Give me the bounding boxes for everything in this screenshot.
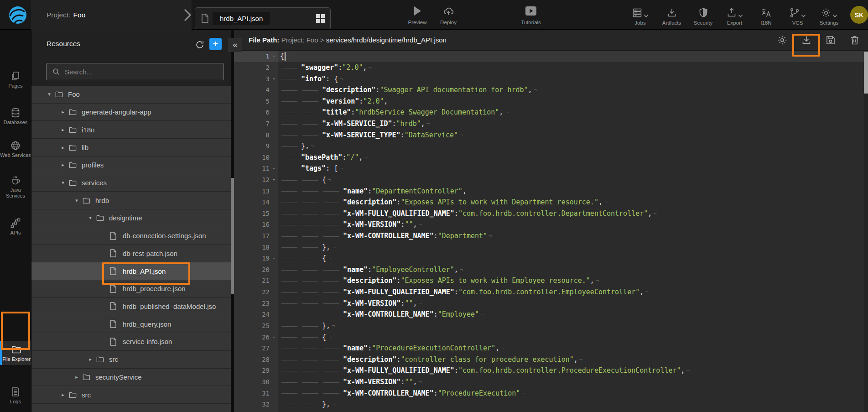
code-line-25[interactable]: 25},¬ bbox=[234, 320, 864, 332]
search-input[interactable] bbox=[65, 68, 218, 76]
code-line-12[interactable]: 12▾{¬ bbox=[234, 174, 864, 186]
caret-expanded-icon[interactable]: ▾ bbox=[44, 91, 55, 97]
code-line-5[interactable]: 5"version": "2.0",¬ bbox=[234, 95, 864, 107]
code-line-27[interactable]: 27"name": "ProcedureExecutionController"… bbox=[234, 343, 864, 354]
code-line-14[interactable]: 14"description": "Exposes APIs to work w… bbox=[234, 197, 864, 208]
fold-toggle-icon[interactable]: ▾ bbox=[270, 335, 278, 339]
menu-export[interactable]: Export bbox=[719, 0, 750, 30]
tree-row-src[interactable]: ▸src bbox=[31, 386, 231, 404]
code-line-23[interactable]: 23"x-WM-VERSION": "",¬ bbox=[234, 297, 864, 309]
menu-security[interactable]: Security bbox=[687, 0, 719, 30]
code-line-21[interactable]: 21"description": "Exposes APIs to work w… bbox=[234, 275, 864, 287]
code-line-8[interactable]: 8"x-WM-SERVICE_TYPE": "DataService"¬ bbox=[234, 129, 864, 141]
download-file-button[interactable] bbox=[800, 34, 812, 46]
tree-row-hrdb-query-json[interactable]: hrdb_query.json bbox=[31, 315, 231, 333]
code-line-1[interactable]: 1▾{¬ bbox=[234, 51, 864, 62]
code-line-19[interactable]: 19▾{¬ bbox=[234, 253, 864, 264]
code-line-17[interactable]: 17"x-WM-CONTROLLER_NAME": "Department"¬ bbox=[234, 230, 864, 242]
code-line-30[interactable]: 30"x-WM-VERSION": "",¬ bbox=[234, 376, 864, 388]
tree-row-profiles[interactable]: ▸profiles bbox=[31, 156, 231, 174]
menu-vcs[interactable]: VCS bbox=[782, 0, 813, 30]
code-line-32[interactable]: 32},¬ bbox=[234, 399, 864, 410]
fold-toggle-icon[interactable]: ▾ bbox=[270, 166, 278, 171]
code-line-6[interactable]: 6"title": "hrdbService Swagger Documenta… bbox=[234, 107, 864, 118]
code-line-24[interactable]: 24"x-WM-CONTROLLER_NAME": "Employee"¬ bbox=[234, 309, 864, 320]
menu-artifacts[interactable]: Artifacts bbox=[656, 0, 687, 30]
deploy-button[interactable]: Deploy bbox=[435, 5, 462, 25]
refresh-icon[interactable] bbox=[194, 39, 206, 51]
panel-scrollbar[interactable] bbox=[231, 178, 234, 294]
fold-toggle-icon[interactable]: ▾ bbox=[270, 54, 278, 58]
tree-row-service-info-json[interactable]: service-info.json bbox=[31, 333, 231, 351]
sidebar-item-apis[interactable]: APIs bbox=[0, 215, 31, 239]
tree-row-lib[interactable]: ▸lib bbox=[31, 139, 231, 156]
code-line-11[interactable]: 11▾"tags": [¬ bbox=[234, 163, 864, 174]
open-file-tab[interactable]: hrdb_API.json bbox=[195, 7, 331, 29]
code-line-3[interactable]: 3▾"info": {¬ bbox=[234, 73, 864, 84]
caret-expanded-icon[interactable]: ▾ bbox=[57, 180, 68, 186]
menu-i18n[interactable]: I18N bbox=[750, 0, 782, 30]
menu-jobs[interactable]: Jobs bbox=[624, 0, 656, 30]
fold-toggle-icon[interactable]: ▾ bbox=[270, 256, 278, 261]
sidebar-item-java-services[interactable]: Java Services bbox=[0, 172, 31, 202]
tree-row-designtime[interactable]: ▾designtime bbox=[31, 209, 231, 227]
tree-row-generated-angular-app[interactable]: ▸generated-angular-app bbox=[31, 104, 231, 121]
tree-row-hrdb-api-json[interactable]: hrdb_API.json bbox=[31, 262, 231, 280]
preview-button[interactable]: Preview bbox=[404, 5, 431, 25]
tree-row-i18n[interactable]: ▸i18n bbox=[31, 121, 231, 139]
token-s: "2.0" bbox=[342, 63, 363, 72]
app-logo[interactable] bbox=[5, 2, 31, 28]
code-line-20[interactable]: 20"name": "EmployeeController",¬ bbox=[234, 264, 864, 276]
tree-row-securityservice[interactable]: ▸securityService bbox=[31, 369, 231, 386]
caret-collapsed-icon[interactable]: ▸ bbox=[57, 109, 68, 115]
code-line-28[interactable]: 28"description": "controller class for p… bbox=[234, 354, 864, 365]
tree-row-hrdb-published-datamodel-jso[interactable]: hrdb_published_dataModel.jso bbox=[31, 298, 231, 316]
code-line-15[interactable]: 15"x-WM-FULLY_QUALIFIED_NAME": "com.foo.… bbox=[234, 208, 864, 219]
code-line-13[interactable]: 13"name": "DepartmentController",¬ bbox=[234, 185, 864, 197]
code-line-31[interactable]: 31"x-WM-CONTROLLER_NAME": "ProcedureExec… bbox=[234, 387, 864, 399]
grid-icon[interactable] bbox=[316, 14, 325, 23]
caret-expanded-icon[interactable]: ▾ bbox=[85, 215, 96, 221]
add-resource-button[interactable]: + bbox=[209, 38, 222, 50]
code-area[interactable]: 1▾{¬2"swagger": "2.0",¬3▾"info": {¬4"des… bbox=[234, 51, 864, 412]
caret-collapsed-icon[interactable]: ▸ bbox=[71, 374, 82, 380]
code-line-26[interactable]: 26▾{¬ bbox=[234, 331, 864, 343]
code-line-9[interactable]: 9},¬ bbox=[234, 141, 864, 152]
caret-collapsed-icon[interactable]: ▸ bbox=[85, 356, 96, 362]
sidebar-item-pages[interactable]: Pages bbox=[0, 68, 31, 92]
code-line-7[interactable]: 7"x-WM-SERVICE_ID": "hrdb",¬ bbox=[234, 118, 864, 130]
avatar[interactable]: SK bbox=[850, 6, 868, 24]
delete-file-button[interactable] bbox=[849, 34, 861, 46]
tree-row-services[interactable]: ▾services bbox=[31, 174, 231, 192]
sidebar-item-file-explorer[interactable]: File Explorer bbox=[0, 341, 31, 365]
code-line-29[interactable]: 29"x-WM-FULLY_QUALIFIED_NAME": "com.foo.… bbox=[234, 365, 864, 376]
code-line-18[interactable]: 18},¬ bbox=[234, 241, 864, 253]
caret-collapsed-icon[interactable]: ▸ bbox=[57, 392, 68, 398]
menu-settings[interactable]: Settings bbox=[813, 0, 845, 30]
caret-collapsed-icon[interactable]: ▸ bbox=[57, 145, 68, 151]
caret-expanded-icon[interactable]: ▾ bbox=[71, 198, 82, 203]
code-line-2[interactable]: 2"swagger": "2.0",¬ bbox=[234, 62, 864, 73]
collapse-panel-button[interactable]: « bbox=[228, 38, 242, 52]
code-line-22[interactable]: 22"x-WM-FULLY_QUALIFIED_NAME": "com.foo.… bbox=[234, 287, 864, 298]
editor-scrollbar-thumb[interactable] bbox=[864, 52, 868, 94]
code-line-16[interactable]: 16"x-WM-VERSION": "",¬ bbox=[234, 219, 864, 230]
fold-toggle-icon[interactable]: ▾ bbox=[270, 177, 278, 182]
sidebar-item-web-services[interactable]: Web Services bbox=[0, 137, 31, 161]
tree-row-db-connection-settings-json[interactable]: db-connection-settings.json bbox=[31, 227, 231, 245]
tutorials-button[interactable]: Tutorials bbox=[514, 5, 548, 25]
tree-row-hrdb-procedure-json[interactable]: hrdb_procedure.json bbox=[31, 280, 231, 298]
editor-settings-button[interactable] bbox=[776, 34, 788, 46]
caret-collapsed-icon[interactable]: ▸ bbox=[57, 127, 68, 133]
tree-row-foo[interactable]: ▾Foo bbox=[31, 86, 231, 104]
sidebar-item-databases[interactable]: Databases bbox=[0, 104, 31, 128]
save-file-button[interactable] bbox=[825, 34, 837, 46]
sidebar-item-logs[interactable]: Logs bbox=[0, 384, 31, 407]
code-line-10[interactable]: 10"basePath": "/",¬ bbox=[234, 151, 864, 163]
tree-row-src[interactable]: ▸src bbox=[31, 351, 231, 369]
caret-collapsed-icon[interactable]: ▸ bbox=[57, 162, 68, 168]
tree-row-hrdb[interactable]: ▾hrdb bbox=[31, 192, 231, 209]
tree-row-db-rest-patch-json[interactable]: db-rest-patch.json bbox=[31, 245, 231, 262]
code-line-4[interactable]: 4"description": "Swagger API documentati… bbox=[234, 84, 864, 96]
fold-toggle-icon[interactable]: ▾ bbox=[270, 77, 278, 81]
